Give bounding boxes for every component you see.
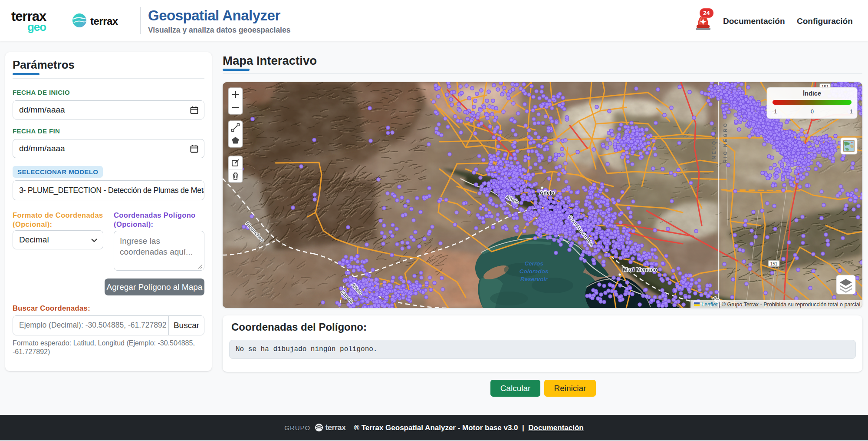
- svg-text:Leaflet: Leaflet: [701, 302, 718, 308]
- svg-text:RIO NEGRO: RIO NEGRO: [723, 122, 728, 163]
- svg-text:Añelo: Añelo: [539, 190, 555, 196]
- svg-text:-1: -1: [772, 109, 777, 115]
- svg-text:Colorados: Colorados: [519, 268, 549, 275]
- svg-text:0: 0: [811, 109, 814, 115]
- svg-text:Índice: Índice: [803, 90, 821, 97]
- svg-text:NEUQUEN: NEUQUEN: [711, 125, 717, 159]
- svg-text:Reservoir: Reservoir: [520, 276, 548, 282]
- svg-text:1: 1: [850, 109, 853, 115]
- svg-text:Mari Menuco: Mari Menuco: [623, 266, 658, 273]
- svg-text:151: 151: [770, 262, 778, 266]
- svg-text:Cerros: Cerros: [524, 260, 543, 267]
- svg-text:| © Grupo Terrax - Prohibida s: | © Grupo Terrax - Prohibida su reproduc…: [719, 302, 860, 308]
